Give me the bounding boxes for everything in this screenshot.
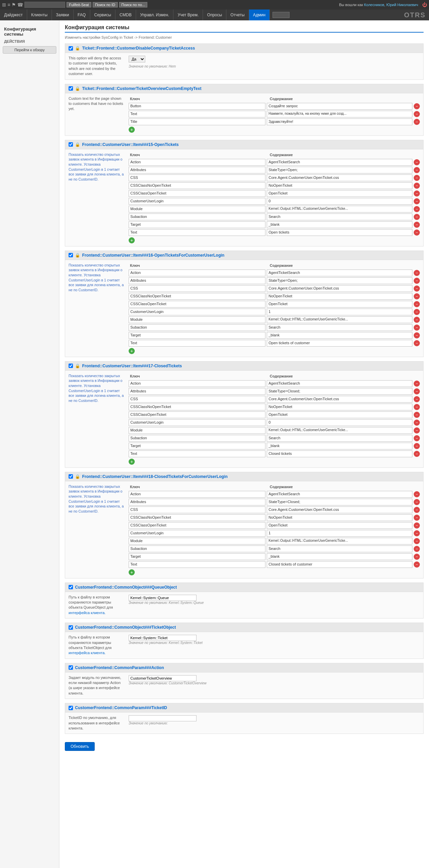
grid-icon[interactable]: ⊞	[2, 2, 6, 7]
kv-remove-btn[interactable]: −	[414, 435, 420, 441]
section7-checkbox[interactable]	[69, 585, 73, 589]
kv-remove-btn[interactable]: −	[414, 190, 420, 197]
kv-val: NoOpenTicket	[267, 182, 412, 189]
kv-remove-btn[interactable]: −	[414, 451, 420, 457]
section5-checkbox[interactable]	[69, 364, 73, 368]
kv-remove-btn[interactable]: −	[414, 167, 420, 173]
kv-add-btn[interactable]: +	[129, 569, 135, 575]
kv-remove-btn[interactable]: −	[414, 491, 420, 497]
kv-add-btn[interactable]: +	[129, 348, 135, 354]
kv-remove-btn[interactable]: −	[414, 317, 420, 323]
kv-remove-btn[interactable]: −	[414, 412, 420, 418]
section6-body: Показать количество закрытых заявок клие…	[65, 481, 423, 578]
kv-key: Title	[129, 118, 265, 125]
kv-remove-btn[interactable]: −	[414, 546, 420, 552]
nav-services[interactable]: Сервисы	[90, 10, 116, 20]
fullseat-btn[interactable]: Fullfeit-Seat	[67, 2, 91, 7]
link[interactable]: интерфейса клиента.	[69, 651, 106, 655]
kv-remove-btn[interactable]: −	[414, 538, 420, 544]
kv-remove-btn[interactable]: −	[414, 111, 420, 117]
kv-remove-btn[interactable]: −	[414, 396, 420, 402]
section6-checkbox[interactable]	[69, 474, 73, 479]
nav-time[interactable]: Учет Врем.	[173, 10, 203, 20]
section9-input[interactable]	[129, 675, 197, 681]
section8-checkbox[interactable]	[69, 625, 73, 630]
nav-faq[interactable]: FAQ	[74, 10, 90, 20]
power-icon[interactable]: ⏻	[422, 2, 427, 7]
section2-checkbox[interactable]	[69, 86, 73, 91]
nav-surveys[interactable]: Опросы	[203, 10, 226, 20]
kv-remove-btn[interactable]: −	[414, 309, 420, 315]
kv-remove-btn[interactable]: −	[414, 340, 420, 346]
search-id-btn[interactable]: Поиск по ID	[93, 2, 118, 7]
section9-checkbox[interactable]	[69, 665, 73, 670]
link[interactable]: интерфейса клиента.	[69, 611, 106, 615]
section7-input[interactable]	[129, 595, 197, 601]
kv-remove-btn[interactable]: −	[414, 561, 420, 568]
nav-clients[interactable]: Клиенты	[27, 10, 52, 20]
kv-remove-btn[interactable]: −	[414, 443, 420, 449]
kv-remove-btn[interactable]: −	[414, 325, 420, 331]
kv-remove-btn[interactable]: −	[414, 198, 420, 204]
kv-remove-btn[interactable]: −	[414, 404, 420, 410]
kv-remove-btn[interactable]: −	[414, 206, 420, 212]
flag-icon[interactable]: ⚑	[12, 2, 16, 7]
kv-remove-btn[interactable]: −	[414, 530, 420, 536]
kv-row: CSSCore.Agent.CustomerUser.OpenTicket.cs…	[129, 506, 420, 513]
kv-remove-btn[interactable]: −	[414, 222, 420, 228]
section8-input[interactable]	[129, 635, 197, 641]
kv-remove-btn[interactable]: −	[414, 554, 420, 560]
kv-add-btn[interactable]: +	[129, 127, 135, 133]
kv-add-btn[interactable]: +	[129, 237, 135, 243]
kv-remove-btn[interactable]: −	[414, 229, 420, 236]
kv-remove-btn[interactable]: −	[414, 270, 420, 276]
phone-icon[interactable]: ☎	[17, 2, 23, 7]
overview-btn[interactable]: Перейти к обзору	[3, 46, 56, 54]
kv-remove-btn[interactable]: −	[414, 285, 420, 292]
kv-remove-btn[interactable]: −	[414, 507, 420, 513]
kv-remove-btn[interactable]: −	[414, 388, 420, 394]
nav-search-input[interactable]	[273, 12, 290, 18]
user-link[interactable]: Колесников, Юрий Николаевич	[364, 3, 418, 7]
kv-remove-btn[interactable]: −	[414, 499, 420, 505]
submit-btn[interactable]: Обновить	[65, 742, 95, 751]
kv-remove-btn[interactable]: −	[414, 332, 420, 338]
kv-remove-btn[interactable]: −	[414, 515, 420, 521]
section3-checkbox[interactable]	[69, 142, 73, 147]
kv-remove-btn[interactable]: −	[414, 175, 420, 181]
section6-kv-table: Ключ Содержание ActionAgentTicketSearch−…	[129, 484, 420, 575]
section2-desc: Custom text for the page shown to custom…	[69, 96, 125, 133]
kv-row: CSSClassNoOpenTicketNoOpenTicket−	[129, 404, 420, 410]
top-search-input[interactable]	[24, 2, 65, 8]
kv-remove-btn[interactable]: −	[414, 522, 420, 529]
kv-remove-btn[interactable]: −	[414, 159, 420, 165]
kv-remove-btn[interactable]: −	[414, 420, 420, 426]
kv-remove-btn[interactable]: −	[414, 301, 420, 307]
search-btn2[interactable]: Поиск по по...	[119, 2, 148, 7]
kv-header-key-6: Ключ	[129, 484, 268, 490]
nav-reports[interactable]: Отчеты	[226, 10, 249, 20]
nav-changes[interactable]: Управл. Измен.	[136, 10, 174, 20]
kv-key: Action	[129, 159, 265, 166]
kv-remove-btn[interactable]: −	[414, 183, 420, 189]
section4-checkbox[interactable]	[69, 253, 73, 257]
nav-admin[interactable]: Админ	[249, 10, 270, 20]
kv-remove-btn[interactable]: −	[414, 278, 420, 284]
nav-tickets[interactable]: Заявки	[52, 10, 74, 20]
section5-kv-table: Ключ Содержание ActionAgentTicketSearch−…	[129, 373, 420, 465]
kv-add-btn[interactable]: +	[129, 459, 135, 465]
kv-remove-btn[interactable]: −	[414, 214, 420, 220]
section1-select[interactable]: Да Нет	[129, 56, 145, 62]
section10-input[interactable]	[129, 715, 197, 721]
section1-checkbox[interactable]	[69, 46, 73, 51]
section10-checkbox[interactable]	[69, 706, 73, 710]
nav-dashboard[interactable]: Дайджест	[0, 10, 27, 20]
kv-remove-btn[interactable]: −	[414, 119, 420, 125]
list-icon[interactable]: ≡	[7, 2, 10, 7]
kv-remove-btn[interactable]: −	[414, 103, 420, 109]
section10-desc: TicketID по умолчанию, для использования…	[69, 715, 125, 731]
kv-remove-btn[interactable]: −	[414, 427, 420, 433]
kv-remove-btn[interactable]: −	[414, 381, 420, 387]
nav-cmdb[interactable]: CMDB	[115, 10, 136, 20]
kv-remove-btn[interactable]: −	[414, 293, 420, 299]
